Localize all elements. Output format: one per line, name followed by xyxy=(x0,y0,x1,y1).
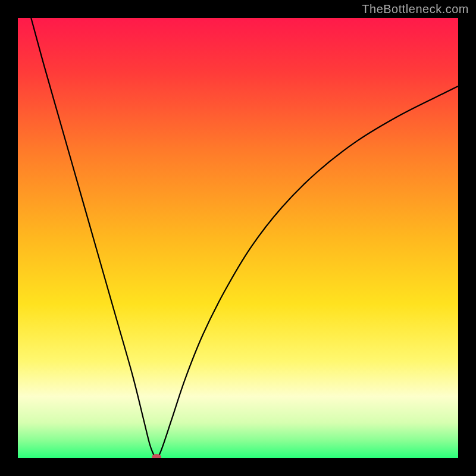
watermark-text: TheBottleneck.com xyxy=(362,2,469,16)
chart-container: TheBottleneck.com xyxy=(0,0,476,476)
plot-area xyxy=(18,18,458,458)
gradient-background xyxy=(18,18,458,458)
chart-svg xyxy=(18,18,458,458)
